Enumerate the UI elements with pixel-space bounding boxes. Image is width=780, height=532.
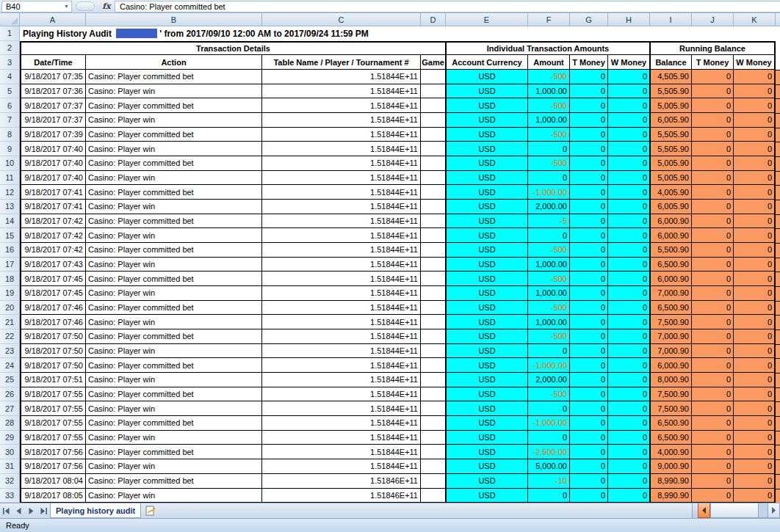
name-box[interactable]: B40 ▼	[1, 1, 72, 12]
cell-action[interactable]: Casino: Player win	[86, 84, 262, 99]
cell-t-money[interactable]: 0	[570, 84, 608, 99]
cell-rb-t-money[interactable]: 0	[692, 286, 734, 301]
cell-rb-t-money[interactable]: 0	[692, 98, 734, 113]
cell-balance[interactable]: 6,000.90	[650, 214, 692, 229]
title-cell[interactable]: Playing History Audit ' from 2017/09/10 …	[20, 26, 780, 41]
cell-w-money[interactable]: 0	[608, 171, 650, 186]
cell-t-money[interactable]: 0	[570, 329, 608, 344]
cell-rb-w-money[interactable]: 0	[734, 344, 776, 359]
header-table-name[interactable]: Table Name / Player / Tournament #	[262, 55, 421, 70]
cell-action[interactable]: Casino: Player win	[86, 113, 262, 128]
cell-ref[interactable]: 1.51844E+11	[262, 431, 421, 445]
cell-balance[interactable]: 6,005.90	[650, 113, 692, 128]
cell-amount[interactable]: -500	[528, 98, 570, 113]
cell-w-money[interactable]: 0	[608, 301, 650, 316]
cell-amount[interactable]: -500	[528, 387, 570, 402]
cell-game[interactable]	[421, 272, 446, 286]
cell-amount[interactable]: 1,000.00	[528, 258, 570, 272]
cell-action[interactable]: Casino: Player win	[86, 344, 262, 359]
row-number[interactable]: 11	[0, 171, 20, 186]
cell-datetime[interactable]: 9/18/2017 08:04	[20, 474, 86, 489]
cell-rb-w-money[interactable]: 0	[734, 315, 776, 329]
cell-currency[interactable]: USD	[446, 228, 528, 243]
cell-rb-w-money[interactable]: 0	[734, 286, 776, 301]
cell-t-money[interactable]: 0	[570, 113, 608, 128]
cell-balance[interactable]: 6,005.90	[650, 200, 692, 214]
cell-ref[interactable]: 1.51844E+11	[262, 329, 421, 344]
cell-amount[interactable]: 1,000.00	[528, 84, 570, 99]
cell-balance[interactable]: 8,990.90	[650, 489, 692, 503]
column-header-D[interactable]: D	[421, 13, 446, 26]
cell-amount[interactable]: 1,000.00	[528, 113, 570, 128]
cell-rb-t-money[interactable]: 0	[692, 185, 734, 200]
cell-w-money[interactable]: 0	[608, 258, 650, 272]
scroll-right-button[interactable]	[768, 503, 780, 518]
cell-w-money[interactable]: 0	[608, 286, 650, 301]
cell-action[interactable]: Casino: Player win	[86, 315, 262, 329]
cell-datetime[interactable]: 9/18/2017 07:55	[20, 387, 86, 402]
cell-action[interactable]: Casino: Player committed bet	[86, 416, 262, 431]
row-number[interactable]: 15	[0, 228, 20, 243]
row-number[interactable]: 21	[0, 315, 20, 329]
row-number[interactable]: 26	[0, 387, 20, 402]
cell-rb-t-money[interactable]: 0	[692, 358, 734, 373]
cell-game[interactable]	[421, 113, 446, 128]
cell-amount[interactable]: -1,000.00	[528, 185, 570, 200]
cell-balance[interactable]: 7,500.90	[650, 387, 692, 402]
cell-action[interactable]: Casino: Player committed bet	[86, 70, 262, 84]
cell-datetime[interactable]: 9/18/2017 07:46	[20, 301, 86, 316]
cell-balance[interactable]: 6,500.90	[650, 431, 692, 445]
cell-currency[interactable]: USD	[446, 98, 528, 113]
cell-game[interactable]	[421, 258, 446, 272]
cell-game[interactable]	[421, 171, 446, 186]
cell-balance[interactable]: 4,005.90	[650, 185, 692, 200]
previous-sheet-button[interactable]	[12, 503, 25, 518]
cell-action[interactable]: Casino: Player win	[86, 171, 262, 186]
cell-amount[interactable]: -500	[528, 128, 570, 142]
cell-rb-w-money[interactable]: 0	[734, 214, 776, 229]
cell-amount[interactable]: -500	[528, 272, 570, 286]
cell-rb-w-money[interactable]: 0	[734, 171, 776, 186]
cell-rb-t-money[interactable]: 0	[692, 431, 734, 445]
cell-currency[interactable]: USD	[446, 185, 528, 200]
cell-game[interactable]	[421, 84, 446, 99]
cell-action[interactable]: Casino: Player win	[86, 489, 262, 503]
cell-datetime[interactable]: 9/18/2017 07:41	[20, 185, 86, 200]
header-action[interactable]: Action	[86, 55, 262, 70]
cell-balance[interactable]: 4,505.90	[650, 70, 692, 84]
cell-w-money[interactable]: 0	[608, 243, 650, 258]
cell-ref[interactable]: 1.51844E+11	[262, 445, 421, 459]
row-number[interactable]: 5	[0, 84, 20, 99]
cell-action[interactable]: Casino: Player committed bet	[86, 185, 262, 200]
cell-currency[interactable]: USD	[446, 373, 528, 387]
cell-currency[interactable]: USD	[446, 128, 528, 142]
row-number[interactable]: 9	[0, 142, 20, 156]
cell-balance[interactable]: 6,000.90	[650, 228, 692, 243]
cell-t-money[interactable]: 0	[570, 358, 608, 373]
cell-datetime[interactable]: 9/18/2017 07:46	[20, 315, 86, 329]
cell-game[interactable]	[421, 459, 446, 474]
cell-t-money[interactable]: 0	[570, 98, 608, 113]
cell-datetime[interactable]: 9/18/2017 07:56	[20, 445, 86, 459]
cell-balance[interactable]: 6,500.90	[650, 301, 692, 316]
row-number[interactable]: 8	[0, 128, 20, 142]
cell-balance[interactable]: 6,000.90	[650, 272, 692, 286]
cell-balance[interactable]: 7,000.90	[650, 329, 692, 344]
cell-w-money[interactable]: 0	[608, 358, 650, 373]
cell-currency[interactable]: USD	[446, 344, 528, 359]
cell-currency[interactable]: USD	[446, 70, 528, 84]
cell-rb-w-money[interactable]: 0	[734, 70, 776, 84]
row-number[interactable]: 13	[0, 200, 20, 214]
cell-action[interactable]: Casino: Player committed bet	[86, 214, 262, 229]
cell-amount[interactable]: -2,500.00	[528, 445, 570, 459]
cell-rb-w-money[interactable]: 0	[734, 401, 776, 416]
cell-action[interactable]: Casino: Player win	[86, 286, 262, 301]
horizontal-scrollbar-track[interactable]	[759, 503, 768, 518]
cell-datetime[interactable]: 9/18/2017 07:40	[20, 171, 86, 186]
cell-rb-w-money[interactable]: 0	[734, 128, 776, 142]
cell-w-money[interactable]: 0	[608, 431, 650, 445]
cell-w-money[interactable]: 0	[608, 113, 650, 128]
cell-balance[interactable]: 9,000.90	[650, 459, 692, 474]
cell-amount[interactable]: -5	[528, 214, 570, 229]
row-number[interactable]: 25	[0, 373, 20, 387]
